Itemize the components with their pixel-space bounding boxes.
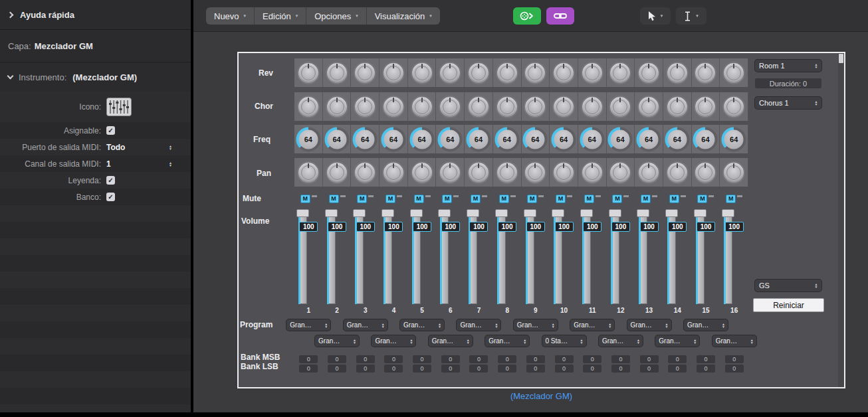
bank-lsb-field[interactable]: 0: [469, 365, 488, 373]
freq-knob[interactable]: 64: [466, 127, 490, 151]
fader-cap[interactable]: [438, 209, 451, 217]
midi-channel-value[interactable]: 1: [106, 159, 111, 169]
layer-selector[interactable]: Capa: Mezclador GM: [0, 30, 191, 62]
volume-value-field[interactable]: 100: [441, 222, 460, 232]
fader-cap[interactable]: [637, 209, 649, 217]
legend-checkbox[interactable]: ✓: [106, 176, 115, 185]
assignable-checkbox[interactable]: ✓: [106, 126, 115, 135]
volume-fader[interactable]: 100: [550, 209, 578, 304]
pan-knob[interactable]: [467, 161, 490, 184]
program-select[interactable]: Gran… ▲▼: [485, 335, 529, 347]
volume-value-field[interactable]: 100: [413, 222, 431, 232]
text-tool-button[interactable]: ▾: [676, 7, 706, 25]
fader-cap[interactable]: [609, 209, 621, 217]
volume-value-field[interactable]: 100: [498, 222, 516, 232]
program-select[interactable]: Gran… ▲▼: [429, 335, 473, 347]
reverb-knob[interactable]: [524, 62, 546, 84]
program-select[interactable]: Gran… ▲▼: [514, 319, 558, 331]
program-select[interactable]: Gran… ▲▼: [599, 335, 643, 347]
bank-msb-field[interactable]: 0: [441, 355, 460, 363]
volume-fader[interactable]: 100: [663, 209, 692, 304]
chorus-knob[interactable]: [722, 96, 745, 118]
mute-button[interactable]: M: [612, 195, 622, 203]
fader-cap[interactable]: [552, 209, 564, 217]
reverb-knob[interactable]: [297, 62, 320, 84]
fader-cap[interactable]: [580, 209, 593, 217]
bank-msb-field[interactable]: 0: [328, 355, 346, 363]
volume-value-field[interactable]: 100: [725, 222, 744, 232]
chorus-knob[interactable]: [382, 96, 405, 118]
bank-msb-field[interactable]: 0: [668, 355, 687, 363]
freq-knob[interactable]: 64: [552, 127, 576, 151]
fader-cap[interactable]: [467, 209, 479, 217]
mute-button[interactable]: M: [669, 195, 679, 203]
mute-button[interactable]: M: [584, 195, 594, 203]
volume-fader[interactable]: 100: [522, 209, 550, 304]
freq-knob[interactable]: 64: [693, 127, 718, 151]
volume-value-field[interactable]: 100: [356, 222, 375, 232]
volume-fader[interactable]: 100: [408, 209, 437, 304]
bank-lsb-field[interactable]: 0: [583, 365, 601, 373]
bank-msb-field[interactable]: 0: [611, 355, 630, 363]
mute-button[interactable]: M: [527, 195, 537, 203]
chorus-knob[interactable]: [467, 96, 490, 118]
object-name-label[interactable]: (Mezclador GM): [237, 391, 845, 401]
program-select[interactable]: Gran… ▲▼: [627, 319, 671, 331]
bank-lsb-field[interactable]: 0: [328, 365, 346, 373]
fader-cap[interactable]: [722, 209, 734, 217]
freq-knob[interactable]: 64: [665, 127, 689, 151]
chorus-knob[interactable]: [297, 96, 320, 118]
bank-lsb-field[interactable]: 0: [555, 365, 574, 373]
volume-fader[interactable]: 100: [380, 209, 408, 304]
fader-cap[interactable]: [694, 209, 706, 217]
midi-port-value[interactable]: Todo: [106, 143, 125, 152]
pan-knob[interactable]: [326, 161, 348, 184]
pan-knob[interactable]: [552, 161, 575, 184]
bank-lsb-field[interactable]: 0: [640, 365, 659, 373]
volume-value-field[interactable]: 100: [299, 222, 318, 232]
reverb-knob[interactable]: [722, 62, 745, 84]
reverb-knob[interactable]: [581, 62, 603, 84]
bank-msb-field[interactable]: 0: [697, 355, 715, 363]
fader-cap[interactable]: [353, 209, 366, 217]
reverb-knob[interactable]: [637, 62, 660, 84]
bank-lsb-field[interactable]: 0: [441, 365, 460, 373]
freq-knob[interactable]: 64: [580, 127, 604, 151]
volume-fader[interactable]: 100: [323, 209, 352, 304]
reverb-knob[interactable]: [411, 62, 433, 84]
mute-button[interactable]: M: [329, 195, 339, 203]
reverb-knob[interactable]: [694, 62, 716, 84]
freq-knob[interactable]: 64: [296, 127, 320, 151]
fader-cap[interactable]: [665, 209, 678, 217]
pan-knob[interactable]: [496, 161, 518, 184]
pan-knob[interactable]: [354, 161, 376, 184]
reverb-knob[interactable]: [467, 62, 490, 84]
volume-fader[interactable]: 100: [351, 209, 380, 304]
instrument-icon[interactable]: [106, 98, 132, 116]
pan-knob[interactable]: [297, 161, 320, 184]
mute-button[interactable]: M: [357, 195, 367, 203]
program-select[interactable]: Gran… ▲▼: [457, 319, 500, 331]
freq-knob[interactable]: 64: [353, 127, 378, 151]
duration-field[interactable]: Duración: 0: [755, 78, 821, 88]
select-arrows-icon[interactable]: ▲▼: [169, 161, 172, 167]
program-select[interactable]: Gran… ▲▼: [344, 319, 387, 331]
chorus-type-select[interactable]: Chorus 1 ▲▼: [755, 97, 821, 109]
bank-lsb-field[interactable]: 0: [498, 365, 516, 373]
reverb-knob[interactable]: [609, 62, 631, 84]
volume-fader[interactable]: 100: [720, 209, 748, 304]
pan-knob[interactable]: [694, 161, 716, 184]
quick-help-header[interactable]: Ayuda rápida: [0, 0, 191, 30]
mute-button[interactable]: M: [697, 195, 707, 203]
pan-knob[interactable]: [411, 161, 433, 184]
menu-visualizacion[interactable]: Visualización ▾: [366, 7, 440, 25]
volume-fader[interactable]: 100: [635, 209, 663, 304]
bank-msb-field[interactable]: 0: [583, 355, 601, 363]
bank-lsb-field[interactable]: 0: [668, 365, 687, 373]
bank-checkbox[interactable]: ✓: [106, 193, 115, 201]
pan-knob[interactable]: [524, 161, 546, 184]
fader-cap[interactable]: [524, 209, 536, 217]
bank-lsb-field[interactable]: 0: [725, 365, 744, 373]
midi-out-button[interactable]: [513, 7, 541, 25]
program-select[interactable]: 0 Sta… ▲▼: [542, 335, 586, 347]
